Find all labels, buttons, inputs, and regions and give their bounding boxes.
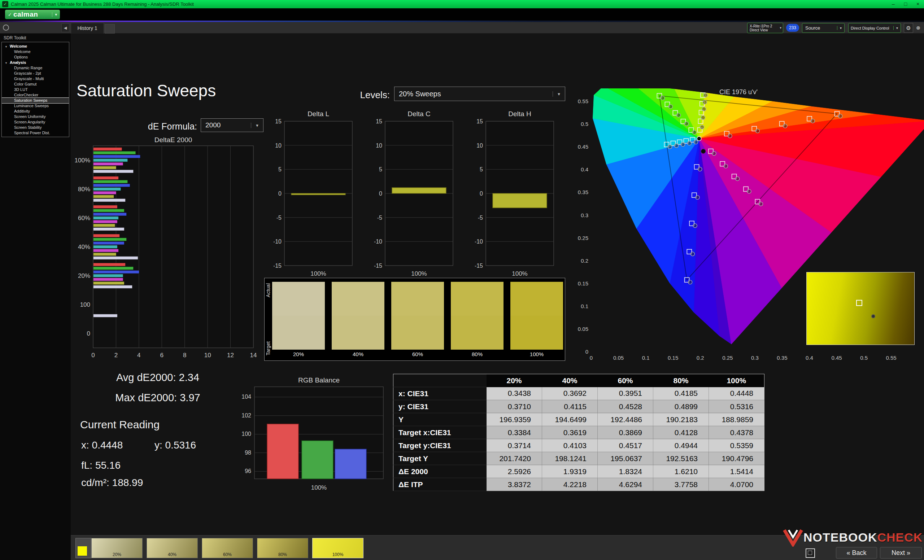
calman-menu-button[interactable]: ✓ calman ▾ — [5, 10, 60, 19]
svg-text:4: 4 — [137, 352, 140, 359]
filmstrip-tile-80%[interactable]: 80% — [257, 538, 308, 558]
current-reading-xy: x: 0.4448 y: 0.5316 — [81, 439, 196, 451]
sidebar-item-screen-stability[interactable]: Screen Stability — [2, 125, 69, 130]
sidebar-item-label: Grayscale - Multi — [14, 76, 44, 81]
filmstrip-tile-60%[interactable]: 60% — [202, 538, 253, 558]
filmstrip-tile-40%[interactable]: 40% — [147, 538, 198, 558]
display-control-value: Direct Display Control — [849, 26, 893, 30]
svg-text:0.15: 0.15 — [668, 355, 678, 361]
power-icon[interactable]: ⊗ — [914, 23, 922, 33]
sidebar-item-spectral-power-dist[interactable]: Spectral Power Dist. — [2, 130, 69, 136]
svg-text:Delta C: Delta C — [408, 110, 430, 118]
sidebar-item-label: Screen Stability — [14, 125, 42, 130]
source-dropdown[interactable]: Source ▾ — [802, 23, 844, 33]
layout-toggle-button[interactable] — [806, 548, 815, 558]
sidebar-item-label: 3D LUT — [14, 87, 28, 92]
svg-text:102: 102 — [242, 412, 251, 419]
sidebar-item-welcome[interactable]: ▾Welcome — [2, 43, 69, 49]
table-row: Target x:CIE310.33840.36190.38690.41280.… — [393, 426, 765, 439]
table-row: Target Y201.7420198.1241195.0637192.5163… — [393, 452, 765, 465]
swatch-label: 80% — [451, 351, 504, 357]
svg-text:0.3: 0.3 — [751, 355, 759, 361]
next-button[interactable]: Next » — [880, 547, 922, 559]
table-cell: 0.4103 — [542, 439, 598, 452]
svg-text:0.2: 0.2 — [581, 258, 588, 264]
svg-text:Delta L: Delta L — [308, 110, 329, 118]
avg-de2000: Avg dE2000: 2.34 — [94, 372, 221, 383]
sidebar-collapse-button[interactable]: ◀ — [62, 24, 69, 32]
svg-text:0.1: 0.1 — [581, 303, 588, 309]
sidebar-item-screen-uniformity[interactable]: Screen Uniformity — [2, 114, 69, 120]
sidebar: SDR Toolkit ▾WelcomeWelcomeOptions▾Analy… — [0, 34, 71, 560]
chevron-down-icon: ▾ — [837, 26, 844, 30]
filmstrip-tile-20%[interactable]: 20% — [92, 538, 142, 558]
table-cell: 0.3384 — [486, 426, 542, 439]
svg-text:-5: -5 — [478, 215, 483, 221]
svg-text:RGB Balance: RGB Balance — [298, 376, 340, 384]
table-cell: 0.4128 — [653, 426, 709, 439]
levels-dropdown[interactable]: 20% Sweeps ▾ — [394, 87, 565, 101]
sidebar-item-dynamic-range[interactable]: Dynamic Range — [2, 65, 69, 71]
sidebar-item-analysis[interactable]: ▾Analysis — [2, 60, 69, 65]
meter-button[interactable]: X-Rite i1Pro 2 Direct View ▾ — [747, 23, 783, 33]
table-cell: 0.4528 — [598, 400, 653, 413]
deltae-bar-chart: DeltaE 200002468101214100%80%60%40%20%10… — [72, 136, 260, 360]
sidebar-item-label: Spectral Power Dist. — [14, 130, 50, 135]
table-cell: 0.4115 — [542, 400, 598, 413]
sidebar-item-label: Dynamic Range — [14, 66, 42, 70]
sidebar-item-welcome[interactable]: Welcome — [2, 49, 69, 54]
svg-text:100%: 100% — [311, 484, 327, 491]
table-cell: 190.2183 — [653, 413, 709, 426]
svg-text:0: 0 — [590, 355, 592, 361]
minimize-button[interactable]: – — [887, 0, 900, 8]
maximize-button[interactable]: □ — [900, 0, 912, 8]
sidebar-item-3d-lut[interactable]: 3D LUT — [2, 87, 69, 92]
sidebar-item-label: Grayscale - 2pt — [14, 71, 41, 75]
table-cell: 2.5926 — [486, 465, 542, 478]
measured-marker — [871, 314, 875, 318]
check-icon: ✓ — [8, 12, 12, 17]
tab-stub[interactable] — [105, 24, 115, 34]
de-formula-dropdown[interactable]: 2000 ▾ — [201, 118, 264, 132]
display-control-dropdown[interactable]: Direct Display Control ▾ — [848, 23, 901, 33]
svg-text:14: 14 — [250, 352, 257, 359]
chevron-down-icon: ▾ — [893, 26, 900, 30]
sidebar-item-color-gamut[interactable]: Color Gamut — [2, 82, 69, 87]
sidebar-item-grayscale-multi[interactable]: Grayscale - Multi — [2, 76, 69, 82]
window-title: Calman 2025 Calman Ultimate for Business… — [11, 0, 194, 8]
svg-text:-10: -10 — [374, 238, 382, 245]
meter-line1: X-Rite i1Pro 2 — [750, 24, 772, 28]
sidebar-item-grayscale-2pt[interactable]: Grayscale - 2pt — [2, 71, 69, 76]
filmstrip-thumb-current[interactable] — [75, 538, 92, 558]
toolbar-app-icon[interactable] — [3, 24, 9, 31]
table-row-label: x: CIE31 — [393, 387, 486, 400]
table-cell: 0.3710 — [486, 400, 542, 413]
svg-text:0.4: 0.4 — [581, 166, 588, 172]
swatch-60% — [391, 282, 444, 350]
table-cell: 4.2218 — [542, 478, 598, 491]
back-button[interactable]: « Back — [836, 547, 877, 559]
sidebar-item-label: Color Gamut — [14, 82, 36, 86]
meter-label: X-Rite i1Pro 2 Direct View — [750, 24, 772, 32]
table-header: 100% — [709, 374, 765, 387]
table-header: 40% — [542, 374, 598, 387]
filmstrip-tile-label: 40% — [147, 552, 197, 557]
filmstrip-tile-100%[interactable]: 100% — [312, 538, 363, 558]
close-button[interactable]: × — [912, 0, 924, 8]
sidebar-item-colorchecker[interactable]: ColorChecker — [2, 92, 69, 98]
table-row-label: Target y:CIE31 — [393, 439, 486, 452]
svg-text:0.35: 0.35 — [777, 355, 787, 361]
levels-label: Levels: — [336, 90, 390, 101]
swatch-actual — [510, 282, 563, 316]
settings-gear-icon[interactable]: ⚙ — [904, 23, 913, 33]
sidebar-item-luminance-sweeps[interactable]: Luminance Sweeps — [2, 103, 69, 109]
svg-text:5: 5 — [379, 166, 382, 172]
svg-text:0.45: 0.45 — [831, 355, 842, 361]
sidebar-item-saturation-sweeps[interactable]: Saturation Sweeps — [2, 98, 69, 103]
sidebar-item-screen-angularity[interactable]: Screen Angularity — [2, 120, 69, 125]
sidebar-item-options[interactable]: Options — [2, 54, 69, 60]
collapse-icon: ▾ — [5, 60, 10, 66]
filmstrip-tile-label: 100% — [313, 552, 363, 557]
tab-history[interactable]: History 1 — [71, 23, 104, 34]
sidebar-item-additivity[interactable]: Additivity — [2, 109, 69, 114]
